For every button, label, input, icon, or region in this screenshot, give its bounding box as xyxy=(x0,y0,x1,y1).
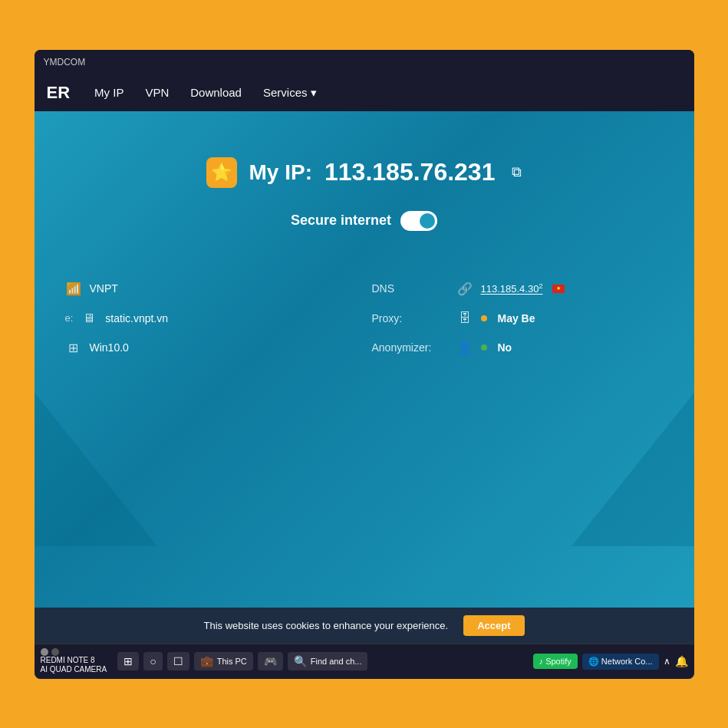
dns-icon: 🔗 xyxy=(456,282,473,296)
taskbar-left: REDMI NOTE 8 AI QUAD CAMERA ⊞ ○ ☐ 💼 This… xyxy=(41,648,529,674)
this-pc-label: This PC xyxy=(217,657,247,666)
isp-row: 📶 VNPT xyxy=(65,277,357,301)
star-badge: ⭐ xyxy=(206,157,237,188)
taskbar-logo-area: REDMI NOTE 8 AI QUAD CAMERA xyxy=(41,648,107,674)
taskbar-logo-text: REDMI NOTE 8 AI QUAD CAMERA xyxy=(41,656,107,674)
flag-vn: ★ xyxy=(552,285,565,293)
taskbar-start[interactable]: ⊞ xyxy=(117,652,139,670)
copy-icon[interactable]: ⧉ xyxy=(512,164,522,180)
spotify-label: Spotify xyxy=(545,657,572,666)
proxy-label: Proxy: xyxy=(372,312,449,324)
taskbar: REDMI NOTE 8 AI QUAD CAMERA ⊞ ○ ☐ 💼 This… xyxy=(35,644,694,679)
nav-bar: ER My IP VPN Download Services ▾ xyxy=(35,74,694,111)
proxy-icon: 🗄 xyxy=(456,311,473,325)
taskbar-search[interactable]: ○ xyxy=(143,652,162,670)
taskbar-game[interactable]: 🎮 xyxy=(258,652,283,670)
screen-wrapper: YMDCOM ER My IP VPN Download Services ▾ … xyxy=(35,50,694,679)
anonymizer-status-dot xyxy=(481,344,487,351)
anonymizer-label: Anonymizer: xyxy=(372,341,449,354)
triangle-right xyxy=(572,393,694,546)
search-icon: ○ xyxy=(150,655,156,667)
dns-row: DNS 🔗 113.185.4.302 ★ xyxy=(372,277,664,301)
proxy-status-dot xyxy=(481,315,487,321)
anonymizer-row: Anonymizer: 👤 No xyxy=(372,336,664,360)
dns-label: DNS xyxy=(372,282,449,295)
os-value: Win10.0 xyxy=(90,341,129,354)
cookie-text: This website uses cookies to enhance you… xyxy=(203,620,448,631)
nav-link-vpn[interactable]: VPN xyxy=(145,86,169,99)
taskbar-find[interactable]: 🔍 Find and ch... xyxy=(288,652,368,670)
os-row: ⊞ Win10.0 xyxy=(65,336,357,360)
find-label: Find and ch... xyxy=(311,657,362,666)
browser-content: ER My IP VPN Download Services ▾ ⭐ My IP… xyxy=(35,74,694,679)
ip-label: My IP: xyxy=(249,160,312,185)
hostname-prefix: e: xyxy=(65,312,74,324)
nav-logo: ER xyxy=(47,83,71,103)
network-icon: 🌐 xyxy=(588,657,599,666)
secure-label: Secure internet xyxy=(291,212,391,229)
info-grid: 📶 VNPT DNS 🔗 113.185.4.302 ★ e: 🖥 static… xyxy=(50,277,679,360)
taskbar-spotify[interactable]: ♪ Spotify xyxy=(533,654,578,669)
anonymizer-value: No xyxy=(498,341,512,354)
title-bar: YMDCOM xyxy=(35,50,694,74)
nav-link-services[interactable]: Services ▾ xyxy=(263,86,317,100)
ip-display: ⭐ My IP: 113.185.76.231 ⧉ xyxy=(206,157,522,188)
taskbar-network[interactable]: 🌐 Network Co... xyxy=(582,654,659,670)
triangle-left xyxy=(35,393,157,546)
nav-links: My IP VPN Download Services ▾ xyxy=(94,86,317,100)
taskbar-this-pc[interactable]: 💼 This PC xyxy=(194,652,253,670)
wifi-icon: 📶 xyxy=(65,282,82,296)
nav-link-download[interactable]: Download xyxy=(190,86,242,99)
proxy-value: May Be xyxy=(498,312,535,324)
logo-circle-2 xyxy=(51,648,59,656)
isp-value: VNPT xyxy=(90,282,118,295)
system-tray-arrow[interactable]: ∧ xyxy=(664,656,670,667)
taskview-icon: ☐ xyxy=(173,655,183,667)
logo-circle-1 xyxy=(41,648,48,656)
title-bar-text: YMDCOM xyxy=(44,57,86,68)
taskbar-taskview[interactable]: ☐ xyxy=(167,652,189,670)
dns-value: 113.185.4.302 xyxy=(481,282,543,295)
taskbar-right: ♪ Spotify 🌐 Network Co... ∧ 🔔 xyxy=(533,654,688,670)
windows-icon: ⊞ xyxy=(124,655,133,667)
ip-address: 113.185.76.231 xyxy=(324,158,495,186)
cookie-bar: This website uses cookies to enhance you… xyxy=(35,608,694,644)
toggle-knob xyxy=(420,213,435,229)
anonymizer-icon: 👤 xyxy=(456,341,473,355)
folder-icon: 💼 xyxy=(200,655,213,667)
main-content: ⭐ My IP: 113.185.76.231 ⧉ Secure interne… xyxy=(35,111,694,608)
secure-internet-toggle[interactable] xyxy=(400,211,437,231)
hostname-value: static.vnpt.vn xyxy=(105,312,168,324)
accept-button[interactable]: Accept xyxy=(463,615,524,636)
notification-icon[interactable]: 🔔 xyxy=(675,655,688,667)
network-label: Network Co... xyxy=(601,657,653,666)
os-icon: ⊞ xyxy=(65,341,82,355)
spotify-icon: ♪ xyxy=(539,657,544,666)
game-icon: 🎮 xyxy=(264,655,277,667)
nav-link-my-ip[interactable]: My IP xyxy=(94,86,124,99)
secure-internet-row: Secure internet xyxy=(291,211,437,231)
hostname-icon: 🖥 xyxy=(81,311,97,325)
proxy-row: Proxy: 🗄 May Be xyxy=(372,307,664,330)
hostname-row: e: 🖥 static.vnpt.vn xyxy=(65,307,357,330)
chrome-icon: 🔍 xyxy=(294,655,307,667)
